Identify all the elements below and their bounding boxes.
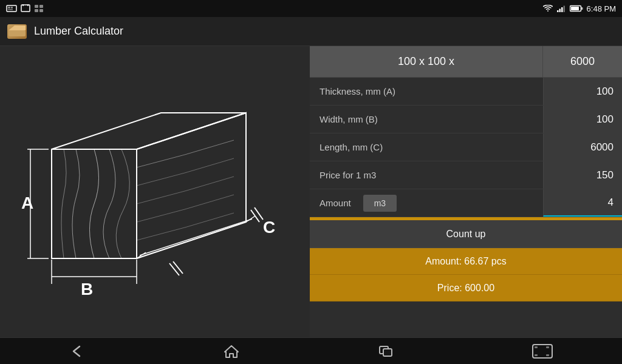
- svg-rect-44: [535, 346, 538, 348]
- dimension-row: 100 x 100 x 6000: [310, 46, 622, 78]
- status-bar: 6:48 PM: [0, 0, 622, 17]
- svg-line-34: [246, 216, 255, 222]
- price-row: Price for 1 m3 150: [310, 161, 622, 189]
- back-button[interactable]: [69, 344, 86, 359]
- svg-rect-42: [383, 349, 392, 356]
- svg-rect-47: [546, 354, 549, 356]
- wifi-icon: [543, 5, 553, 13]
- home-button[interactable]: [223, 344, 240, 359]
- svg-text:B: B: [81, 280, 93, 298]
- svg-line-39: [173, 261, 183, 274]
- svg-rect-13: [561, 7, 563, 12]
- nav-bar: [0, 337, 622, 364]
- price-label: Price for 1 m3: [310, 170, 543, 180]
- main-content: A B C 100 x 100 x: [0, 46, 622, 337]
- length-row: Length, mm (C) 6000: [310, 133, 622, 161]
- svg-rect-17: [571, 7, 579, 10]
- length-value[interactable]: 6000: [543, 133, 622, 161]
- count-up-button[interactable]: Count up: [310, 220, 622, 248]
- battery-icon: [570, 5, 583, 12]
- thickness-row: Thickness, mm (A) 100: [310, 78, 622, 106]
- svg-marker-20: [26, 29, 27, 36]
- svg-rect-2: [8, 9, 13, 10]
- length-display: 6000: [543, 46, 622, 77]
- svg-rect-46: [535, 354, 538, 356]
- width-row: Width, mm (B) 100: [310, 106, 622, 133]
- svg-marker-23: [137, 113, 246, 258]
- amount-result-row: Amount: 66.67 pcs: [310, 248, 622, 275]
- amount-row: Amount m3 4: [310, 189, 622, 217]
- signal-icon: [556, 5, 566, 13]
- svg-marker-40: [225, 346, 238, 357]
- amount-unit-selector[interactable]: m3: [363, 195, 397, 212]
- diagram-panel: A B C: [0, 46, 310, 337]
- svg-rect-4: [21, 5, 30, 12]
- svg-rect-10: [39, 9, 43, 12]
- svg-rect-12: [559, 8, 561, 12]
- svg-rect-7: [35, 5, 38, 8]
- svg-rect-14: [563, 5, 565, 12]
- svg-rect-9: [35, 9, 38, 12]
- dimension-display: 100 x 100 x: [310, 46, 543, 77]
- recent-apps-button[interactable]: [377, 344, 394, 359]
- width-value[interactable]: 100: [543, 106, 622, 133]
- svg-marker-19: [9, 25, 26, 30]
- amount-value[interactable]: 4: [543, 189, 622, 217]
- status-bar-right: 6:48 PM: [543, 4, 616, 13]
- svg-marker-22: [52, 113, 246, 149]
- price-result-row: Price: 600.00: [310, 275, 622, 302]
- svg-rect-11: [557, 10, 559, 12]
- svg-rect-18: [9, 30, 26, 36]
- status-bar-left: [6, 4, 44, 13]
- svg-line-38: [169, 263, 179, 275]
- svg-rect-8: [39, 5, 43, 8]
- price-value[interactable]: 150: [543, 161, 622, 189]
- notification-icon: [6, 4, 17, 13]
- svg-rect-45: [546, 346, 549, 348]
- lumber-diagram: A B C: [15, 76, 295, 307]
- width-label: Width, mm (B): [310, 114, 543, 124]
- thickness-label: Thickness, mm (A): [310, 86, 543, 96]
- svg-text:C: C: [263, 218, 275, 237]
- app-title: Lumber Calculator: [34, 25, 123, 38]
- title-bar: Lumber Calculator: [0, 17, 622, 46]
- app-logo: [7, 24, 27, 39]
- time-display: 6:48 PM: [587, 4, 616, 13]
- length-label: Length, mm (C): [310, 142, 543, 152]
- calc-panel: 100 x 100 x 6000 Thickness, mm (A) 100 W…: [310, 46, 622, 337]
- thickness-value[interactable]: 100: [543, 78, 622, 105]
- screenshot-nav-button[interactable]: [531, 343, 553, 359]
- amount-label: Amount: [310, 198, 361, 208]
- screenshot-icon: [21, 4, 30, 13]
- svg-rect-16: [581, 7, 583, 10]
- svg-rect-1: [8, 7, 10, 8]
- svg-text:A: A: [21, 194, 33, 212]
- app-icon: [34, 4, 44, 13]
- svg-rect-3: [11, 7, 13, 8]
